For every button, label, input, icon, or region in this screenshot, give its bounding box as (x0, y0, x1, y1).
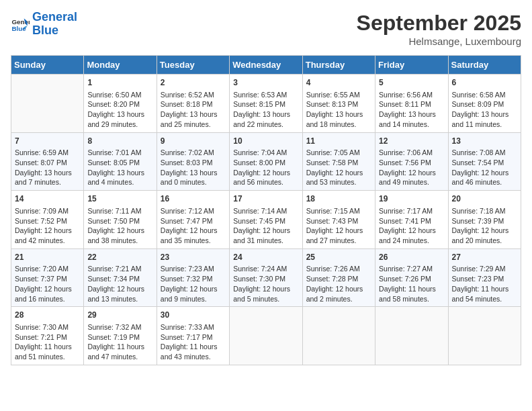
svg-text:Blue: Blue (11, 25, 26, 32)
day-number: 2 (161, 77, 226, 89)
calendar-cell: 14Sunrise: 7:09 AM Sunset: 7:52 PM Dayli… (11, 191, 84, 249)
day-number: 14 (15, 193, 80, 205)
weekday-header-friday: Friday (375, 56, 448, 75)
day-info: Sunrise: 7:11 AM Sunset: 7:50 PM Dayligh… (87, 206, 152, 246)
calendar-cell: 8Sunrise: 7:01 AM Sunset: 8:05 PM Daylig… (84, 132, 157, 191)
calendar-cell (448, 307, 521, 365)
day-info: Sunrise: 7:01 AM Sunset: 8:05 PM Dayligh… (87, 148, 152, 187)
calendar-cell: 6Sunrise: 6:58 AM Sunset: 8:09 PM Daylig… (448, 75, 521, 133)
calendar-cell: 19Sunrise: 7:17 AM Sunset: 7:41 PM Dayli… (375, 191, 448, 249)
weekday-header-tuesday: Tuesday (157, 56, 229, 75)
day-number: 22 (87, 252, 152, 263)
calendar-cell: 16Sunrise: 7:12 AM Sunset: 7:47 PM Dayli… (157, 191, 229, 249)
calendar-cell: 9Sunrise: 7:02 AM Sunset: 8:03 PM Daylig… (157, 132, 229, 191)
day-number: 10 (233, 136, 298, 147)
calendar-cell: 27Sunrise: 7:29 AM Sunset: 7:23 PM Dayli… (448, 248, 521, 307)
day-number: 26 (379, 252, 444, 263)
calendar-cell: 25Sunrise: 7:26 AM Sunset: 7:28 PM Dayli… (302, 248, 375, 307)
calendar-cell: 20Sunrise: 7:18 AM Sunset: 7:39 PM Dayli… (448, 191, 521, 249)
day-info: Sunrise: 7:30 AM Sunset: 7:21 PM Dayligh… (15, 322, 80, 362)
day-number: 12 (379, 136, 444, 147)
day-number: 28 (15, 310, 80, 321)
day-info: Sunrise: 7:27 AM Sunset: 7:26 PM Dayligh… (379, 264, 444, 304)
day-info: Sunrise: 6:50 AM Sunset: 8:20 PM Dayligh… (87, 90, 152, 130)
day-info: Sunrise: 7:15 AM Sunset: 7:43 PM Dayligh… (306, 206, 371, 246)
calendar-cell: 29Sunrise: 7:32 AM Sunset: 7:19 PM Dayli… (84, 307, 157, 365)
day-number: 29 (87, 310, 152, 321)
day-info: Sunrise: 7:18 AM Sunset: 7:39 PM Dayligh… (452, 206, 517, 246)
day-number: 6 (452, 77, 517, 89)
logo: General Blue General Blue (11, 11, 77, 38)
day-number: 20 (452, 193, 517, 205)
week-row-3: 14Sunrise: 7:09 AM Sunset: 7:52 PM Dayli… (11, 191, 521, 249)
calendar-cell: 17Sunrise: 7:14 AM Sunset: 7:45 PM Dayli… (230, 191, 302, 249)
weekday-header-monday: Monday (84, 56, 157, 75)
day-info: Sunrise: 7:33 AM Sunset: 7:17 PM Dayligh… (161, 322, 226, 362)
day-info: Sunrise: 7:17 AM Sunset: 7:41 PM Dayligh… (379, 206, 444, 246)
calendar-cell: 5Sunrise: 6:56 AM Sunset: 8:11 PM Daylig… (375, 75, 448, 133)
logo-wordmark: General Blue (32, 11, 77, 38)
day-info: Sunrise: 7:06 AM Sunset: 7:56 PM Dayligh… (379, 148, 444, 187)
day-number: 16 (161, 193, 226, 205)
calendar-cell: 26Sunrise: 7:27 AM Sunset: 7:26 PM Dayli… (375, 248, 448, 307)
calendar-cell (11, 75, 84, 133)
weekday-header-saturday: Saturday (448, 56, 521, 75)
day-number: 23 (161, 252, 226, 263)
day-info: Sunrise: 7:24 AM Sunset: 7:30 PM Dayligh… (233, 264, 298, 304)
day-info: Sunrise: 7:05 AM Sunset: 7:58 PM Dayligh… (306, 148, 371, 187)
day-number: 8 (87, 136, 152, 147)
calendar-cell: 10Sunrise: 7:04 AM Sunset: 8:00 PM Dayli… (230, 132, 302, 191)
day-number: 1 (87, 77, 152, 89)
day-number: 5 (379, 77, 444, 89)
calendar-cell: 15Sunrise: 7:11 AM Sunset: 7:50 PM Dayli… (84, 191, 157, 249)
weekday-header-row: SundayMondayTuesdayWednesdayThursdayFrid… (11, 56, 521, 75)
calendar-cell: 7Sunrise: 6:59 AM Sunset: 8:07 PM Daylig… (11, 132, 84, 191)
calendar-cell: 18Sunrise: 7:15 AM Sunset: 7:43 PM Dayli… (302, 191, 375, 249)
calendar-cell (375, 307, 448, 365)
day-info: Sunrise: 7:32 AM Sunset: 7:19 PM Dayligh… (87, 322, 152, 362)
day-info: Sunrise: 6:56 AM Sunset: 8:11 PM Dayligh… (379, 90, 444, 130)
logo-general: General (32, 10, 77, 24)
calendar-cell: 1Sunrise: 6:50 AM Sunset: 8:20 PM Daylig… (84, 75, 157, 133)
week-row-1: 1Sunrise: 6:50 AM Sunset: 8:20 PM Daylig… (11, 75, 521, 133)
day-number: 3 (233, 77, 298, 89)
day-info: Sunrise: 7:23 AM Sunset: 7:32 PM Dayligh… (161, 264, 226, 304)
month-title: September 2025 (357, 11, 521, 36)
day-number: 21 (15, 252, 80, 263)
calendar-cell: 4Sunrise: 6:55 AM Sunset: 8:13 PM Daylig… (302, 75, 375, 133)
calendar-cell: 28Sunrise: 7:30 AM Sunset: 7:21 PM Dayli… (11, 307, 84, 365)
day-number: 27 (452, 252, 517, 263)
weekday-header-wednesday: Wednesday (230, 56, 302, 75)
week-row-4: 21Sunrise: 7:20 AM Sunset: 7:37 PM Dayli… (11, 248, 521, 307)
week-row-5: 28Sunrise: 7:30 AM Sunset: 7:21 PM Dayli… (11, 307, 521, 365)
calendar-cell (230, 307, 302, 365)
calendar-cell (302, 307, 375, 365)
day-info: Sunrise: 6:52 AM Sunset: 8:18 PM Dayligh… (161, 90, 226, 130)
day-number: 30 (161, 310, 226, 321)
logo-blue: Blue (32, 24, 58, 37)
day-info: Sunrise: 7:02 AM Sunset: 8:03 PM Dayligh… (161, 148, 226, 187)
day-number: 4 (306, 77, 371, 89)
day-number: 25 (306, 252, 371, 263)
day-info: Sunrise: 7:29 AM Sunset: 7:23 PM Dayligh… (452, 264, 517, 304)
day-number: 18 (306, 193, 371, 205)
week-row-2: 7Sunrise: 6:59 AM Sunset: 8:07 PM Daylig… (11, 132, 521, 191)
day-number: 9 (161, 136, 226, 147)
calendar-cell: 2Sunrise: 6:52 AM Sunset: 8:18 PM Daylig… (157, 75, 229, 133)
calendar-cell: 3Sunrise: 6:53 AM Sunset: 8:15 PM Daylig… (230, 75, 302, 133)
location-title: Helmsange, Luxembourg (357, 36, 521, 47)
day-info: Sunrise: 7:20 AM Sunset: 7:37 PM Dayligh… (15, 264, 80, 304)
day-number: 11 (306, 136, 371, 147)
calendar-cell: 23Sunrise: 7:23 AM Sunset: 7:32 PM Dayli… (157, 248, 229, 307)
calendar-cell: 12Sunrise: 7:06 AM Sunset: 7:56 PM Dayli… (375, 132, 448, 191)
day-info: Sunrise: 7:09 AM Sunset: 7:52 PM Dayligh… (15, 206, 80, 246)
day-info: Sunrise: 6:53 AM Sunset: 8:15 PM Dayligh… (233, 90, 298, 130)
day-number: 19 (379, 193, 444, 205)
calendar-table: SundayMondayTuesdayWednesdayThursdayFrid… (11, 55, 521, 365)
day-info: Sunrise: 6:59 AM Sunset: 8:07 PM Dayligh… (15, 148, 80, 187)
calendar-cell: 30Sunrise: 7:33 AM Sunset: 7:17 PM Dayli… (157, 307, 229, 365)
day-info: Sunrise: 7:08 AM Sunset: 7:54 PM Dayligh… (452, 148, 517, 187)
title-area: September 2025 Helmsange, Luxembourg (357, 11, 521, 47)
calendar-cell: 13Sunrise: 7:08 AM Sunset: 7:54 PM Dayli… (448, 132, 521, 191)
day-number: 15 (87, 193, 152, 205)
